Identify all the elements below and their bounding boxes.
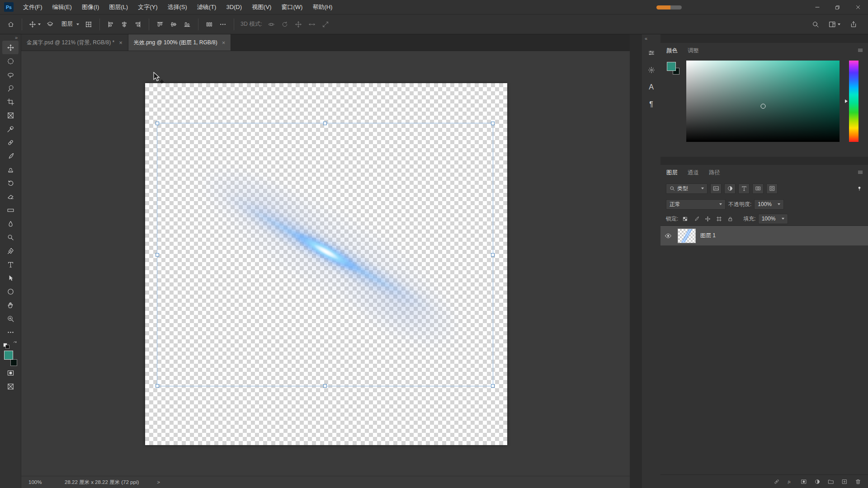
background-color-swatch[interactable]	[10, 359, 17, 366]
transform-handle-sw[interactable]	[156, 384, 159, 388]
history-brush-tool[interactable]	[2, 176, 19, 190]
tab-paths[interactable]: 路径	[709, 169, 720, 177]
new-adjustment-layer-button[interactable]	[813, 479, 822, 485]
layer-name[interactable]: 图层 1	[700, 232, 716, 239]
home-button[interactable]	[5, 18, 17, 31]
transform-handle-nw[interactable]	[156, 122, 159, 125]
tool-preset-button[interactable]	[27, 18, 43, 31]
paragraph-panel-button[interactable]: ¶	[645, 97, 658, 112]
3d-orbit-button[interactable]	[265, 18, 278, 31]
expand-panels-button[interactable]: «	[642, 36, 647, 43]
path-selection-tool[interactable]	[2, 271, 19, 285]
align-right-button[interactable]	[132, 18, 144, 31]
menu-file[interactable]: 文件(F)	[18, 0, 47, 14]
delete-layer-button[interactable]	[854, 479, 863, 485]
quick-mask-button[interactable]	[2, 366, 19, 380]
show-transform-controls-toggle[interactable]	[82, 18, 95, 31]
auto-select-toggle[interactable]	[44, 18, 57, 31]
3d-slide-button[interactable]	[306, 18, 318, 31]
status-expand-button[interactable]: >	[157, 479, 160, 485]
ellipse-shape-tool[interactable]	[2, 285, 19, 298]
add-layer-mask-button[interactable]	[799, 479, 808, 485]
quick-selection-tool[interactable]	[2, 81, 19, 95]
menu-window[interactable]: 窗口(W)	[276, 0, 307, 14]
minimize-button[interactable]	[807, 0, 827, 14]
opacity-dropdown[interactable]: 100%	[754, 199, 784, 210]
filter-type-layers-button[interactable]	[738, 183, 750, 194]
tab-metal-text-psd[interactable]: 金属字.psd @ 121% (背景, RGB/8) * ×	[21, 34, 128, 51]
settings-panel-button[interactable]	[645, 63, 658, 77]
align-center-horizontal-button[interactable]	[118, 18, 131, 31]
align-bottom-button[interactable]	[181, 18, 193, 31]
default-colors-control[interactable]	[3, 341, 14, 349]
lock-all-button[interactable]	[726, 214, 735, 223]
hue-strip[interactable]	[849, 61, 859, 142]
hand-tool[interactable]	[2, 298, 19, 312]
3d-scale-button[interactable]	[319, 18, 332, 31]
filter-shape-layers-button[interactable]	[752, 183, 764, 194]
filter-pixel-layers-button[interactable]	[710, 183, 722, 194]
type-tool[interactable]	[2, 258, 19, 271]
frame-tool[interactable]	[2, 108, 19, 122]
transform-handle-se[interactable]	[491, 384, 495, 388]
transform-handle-n[interactable]	[323, 122, 327, 125]
menu-3d[interactable]: 3D(D)	[221, 0, 247, 14]
dodge-tool[interactable]	[2, 230, 19, 244]
menu-select[interactable]: 选择(S)	[162, 0, 192, 14]
tab-close-icon[interactable]: ×	[119, 39, 123, 46]
filter-type-dropdown[interactable]: 类型	[666, 183, 708, 194]
align-left-button[interactable]	[104, 18, 117, 31]
transform-handle-e[interactable]	[491, 253, 495, 257]
distribute-button[interactable]	[203, 18, 216, 31]
layer-thumbnail[interactable]	[678, 229, 696, 243]
lock-artboard-button[interactable]	[714, 214, 723, 223]
new-group-button[interactable]	[826, 479, 835, 485]
blend-mode-dropdown[interactable]: 正常	[666, 199, 726, 210]
tab-layers[interactable]: 图层	[666, 169, 678, 177]
foreground-color-swatch[interactable]	[4, 351, 13, 360]
crop-tool[interactable]	[2, 95, 19, 108]
share-button[interactable]	[847, 18, 860, 31]
tab-color[interactable]: 颜色	[666, 47, 678, 55]
layer-style-button[interactable]	[786, 479, 795, 485]
lasso-tool[interactable]	[2, 68, 19, 81]
tab-channels[interactable]: 通道	[688, 169, 699, 177]
3d-roll-button[interactable]	[278, 18, 291, 31]
layer-visibility-toggle[interactable]	[660, 232, 676, 239]
hue-slider-marker[interactable]	[845, 99, 848, 103]
link-layers-button[interactable]	[772, 479, 781, 485]
spot-healing-tool[interactable]	[2, 136, 19, 149]
character-panel-button[interactable]: A	[645, 80, 658, 94]
eyedropper-tool[interactable]	[2, 122, 19, 136]
tab-light-effect-png[interactable]: 光效.png @ 100% (图层 1, RGB/8) ×	[128, 34, 231, 51]
lock-transparent-pixels-button[interactable]	[680, 214, 689, 223]
panel-menu-button[interactable]	[857, 169, 863, 175]
3d-pan-button[interactable]	[292, 18, 305, 31]
new-layer-button[interactable]	[840, 479, 849, 485]
menu-filter[interactable]: 滤镜(T)	[192, 0, 222, 14]
tab-close-icon[interactable]: ×	[222, 39, 226, 46]
screen-mode-button[interactable]	[2, 380, 19, 393]
saturation-brightness-field[interactable]	[686, 61, 840, 142]
brush-tool[interactable]	[2, 149, 19, 163]
lock-position-button[interactable]	[703, 214, 712, 223]
swap-colors-icon[interactable]	[12, 340, 18, 346]
menu-layer[interactable]: 图层(L)	[104, 0, 133, 14]
move-tool[interactable]	[2, 41, 19, 54]
align-middle-button[interactable]	[167, 18, 180, 31]
toolbar-collapse-button[interactable]: »	[15, 35, 21, 41]
workspace-switcher-button[interactable]	[826, 18, 843, 31]
menu-help[interactable]: 帮助(H)	[307, 0, 337, 14]
panel-menu-button[interactable]	[857, 47, 863, 53]
color-picker-marker[interactable]	[760, 103, 765, 108]
zoom-level-field[interactable]: 100%	[28, 479, 47, 485]
menu-type[interactable]: 文字(Y)	[133, 0, 162, 14]
menu-edit[interactable]: 编辑(E)	[47, 0, 77, 14]
pen-tool[interactable]	[2, 244, 19, 258]
fill-dropdown[interactable]: 100%	[758, 214, 788, 224]
blur-tool[interactable]	[2, 217, 19, 230]
transform-handle-s[interactable]	[323, 384, 327, 388]
tab-adjustments[interactable]: 调整	[688, 47, 699, 55]
restore-button[interactable]	[827, 0, 848, 14]
layer-row-selected[interactable]: 图层 1	[660, 226, 868, 246]
